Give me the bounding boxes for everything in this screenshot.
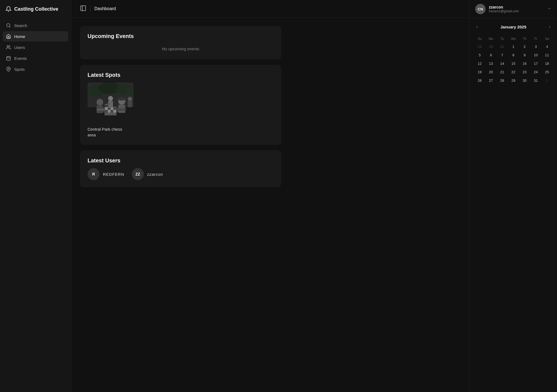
sidebar-label-search: Search xyxy=(14,23,27,28)
svg-rect-3 xyxy=(7,57,10,60)
cal-day-9[interactable]: 9 xyxy=(519,51,530,59)
cal-day-4[interactable]: 4 xyxy=(541,42,553,51)
users-list: R REDFERN ZZ zzarcon xyxy=(88,168,274,180)
cal-day-11[interactable]: 11 xyxy=(541,51,553,59)
sidebar-item-events[interactable]: Events xyxy=(3,53,68,63)
cal-day-10[interactable]: 10 xyxy=(530,51,541,59)
svg-point-7 xyxy=(8,68,9,69)
spot-item[interactable]: Central Park chessarea xyxy=(88,83,134,138)
profile-info: zzarcon hezarco@gmail.com xyxy=(489,5,544,13)
cal-header-fr: Fr xyxy=(530,35,541,42)
cal-day-5[interactable]: 5 xyxy=(474,51,485,59)
sidebar-label-home: Home xyxy=(14,34,25,39)
cal-day-16[interactable]: 16 xyxy=(519,59,530,68)
calendar-grid: Su Mo Tu We Th Fr Sa 29 30 31 1 2 3 4 5 … xyxy=(474,35,553,85)
app-name: Castling Collective xyxy=(14,6,58,12)
cal-header-mo: Mo xyxy=(485,35,497,42)
upcoming-events-card: Upcoming Events No upcoming events xyxy=(80,26,281,59)
upcoming-events-empty: No upcoming events xyxy=(88,44,274,52)
latest-users-title: Latest Users xyxy=(88,157,274,164)
user-avatar-redfern: R xyxy=(88,168,100,180)
calendar-icon xyxy=(6,56,11,61)
calendar-prev-button[interactable]: ‹ xyxy=(474,23,480,30)
cal-day-17[interactable]: 17 xyxy=(530,59,541,68)
svg-rect-37 xyxy=(128,101,132,107)
sidebar-item-home[interactable]: Home xyxy=(3,31,68,42)
home-icon xyxy=(6,34,11,39)
cal-day-20[interactable]: 20 xyxy=(485,68,497,76)
sidebar-label-users: Users xyxy=(14,45,25,50)
cal-day-15[interactable]: 15 xyxy=(508,59,519,68)
page-title: Dashboard xyxy=(94,6,116,11)
cal-header-su: Su xyxy=(474,35,485,42)
cal-day-7[interactable]: 7 xyxy=(497,51,508,59)
cal-header-sa: Sa xyxy=(541,35,553,42)
chevron-icon[interactable] xyxy=(547,6,552,12)
sidebar-item-users[interactable]: Users xyxy=(3,42,68,52)
spot-name: Central Park chessarea xyxy=(88,126,134,138)
cal-day-1[interactable]: 1 xyxy=(508,42,519,51)
cal-day-2-today[interactable]: 2 xyxy=(519,42,530,51)
sidebar-label-spots: Spots xyxy=(14,67,25,72)
svg-rect-24 xyxy=(111,110,113,113)
profile-username: zzarcon xyxy=(489,5,544,9)
cal-day-18[interactable]: 18 xyxy=(541,59,553,68)
user-item-zzarcon[interactable]: ZZ zzarcon xyxy=(132,168,163,180)
cal-day-30[interactable]: 30 xyxy=(519,76,530,85)
cal-day-31[interactable]: 31 xyxy=(530,76,541,85)
cal-header-th: Th xyxy=(519,35,530,42)
cal-day-25[interactable]: 25 xyxy=(541,68,553,76)
cal-day-1-next[interactable]: 1 xyxy=(541,76,553,85)
upcoming-events-title: Upcoming Events xyxy=(88,33,274,39)
cal-day-3[interactable]: 3 xyxy=(530,42,541,51)
cal-day-31-prev[interactable]: 31 xyxy=(497,42,508,51)
sidebar-nav: Search Home Users xyxy=(0,18,71,77)
latest-spots-title: Latest Spots xyxy=(88,72,274,78)
svg-line-1 xyxy=(9,26,10,27)
svg-rect-8 xyxy=(81,6,86,11)
cal-day-30-prev[interactable]: 30 xyxy=(485,42,497,51)
profile-avatar: CN xyxy=(475,4,486,14)
sidebar-item-spots[interactable]: Spots xyxy=(3,64,68,74)
users-icon xyxy=(6,45,11,50)
sidebar-label-events: Events xyxy=(14,56,27,61)
search-icon xyxy=(6,23,11,28)
cal-day-26[interactable]: 26 xyxy=(474,76,485,85)
sidebar: Castling Collective Search Home xyxy=(0,0,71,392)
latest-spots-card: Latest Spots xyxy=(80,65,281,145)
user-name-zzarcon: zzarcon xyxy=(147,172,163,177)
cal-day-8[interactable]: 8 xyxy=(508,51,519,59)
bell-icon xyxy=(5,6,11,12)
right-panel: CN zzarcon hezarco@gmail.com ‹ January 2… xyxy=(469,0,557,392)
user-item-redfern[interactable]: R REDFERN xyxy=(88,168,124,180)
calendar-header: ‹ January 2025 › xyxy=(474,23,553,30)
header-divider xyxy=(90,6,91,12)
cal-day-22[interactable]: 22 xyxy=(508,68,519,76)
calendar-next-button[interactable]: › xyxy=(547,23,553,30)
cal-day-6[interactable]: 6 xyxy=(485,51,497,59)
cal-day-28[interactable]: 28 xyxy=(497,76,508,85)
map-pin-icon xyxy=(6,67,11,72)
cal-day-21[interactable]: 21 xyxy=(497,68,508,76)
svg-point-33 xyxy=(108,96,113,101)
cal-day-29[interactable]: 29 xyxy=(508,76,519,85)
svg-point-36 xyxy=(128,97,132,101)
svg-rect-25 xyxy=(113,110,116,113)
cal-day-14[interactable]: 14 xyxy=(497,59,508,68)
cal-day-27[interactable]: 27 xyxy=(485,76,497,85)
cal-day-23[interactable]: 23 xyxy=(519,68,530,76)
chess-scene-svg xyxy=(88,83,134,123)
sidebar-item-search[interactable]: Search xyxy=(3,20,68,31)
app-logo: Castling Collective xyxy=(0,0,71,18)
user-profile: CN zzarcon hezarco@gmail.com xyxy=(470,0,557,18)
cal-day-12[interactable]: 12 xyxy=(474,59,485,68)
svg-point-30 xyxy=(117,97,126,101)
svg-rect-21 xyxy=(113,107,116,110)
svg-point-26 xyxy=(97,99,103,106)
cal-day-29-prev[interactable]: 29 xyxy=(474,42,485,51)
cal-day-19[interactable]: 19 xyxy=(474,68,485,76)
calendar-title: January 2025 xyxy=(500,25,526,29)
cal-day-13[interactable]: 13 xyxy=(485,59,497,68)
cal-day-24[interactable]: 24 xyxy=(530,68,541,76)
spot-image xyxy=(88,83,134,123)
